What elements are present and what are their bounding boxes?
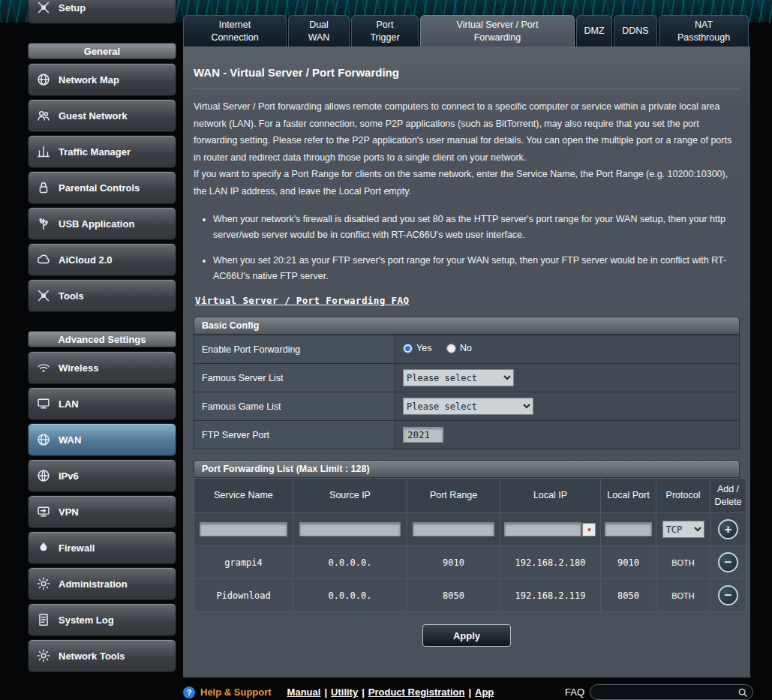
description-paragraph: If you want to specify a Port Range for … [194, 166, 740, 200]
apply-button[interactable]: Apply [422, 624, 511, 647]
column-header-service-name: Service Name [194, 479, 293, 513]
footer-link-utility[interactable]: Utility [331, 686, 358, 698]
cell-delete: − [710, 579, 746, 612]
sidebar-item-usb-application[interactable]: USB Application [28, 207, 176, 240]
sidebar-item-wan[interactable]: WAN [28, 423, 176, 456]
tab-bar: Internet ConnectionDual WANPort TriggerV… [183, 15, 753, 47]
cell-source-ip: 0.0.0.0. [293, 579, 407, 612]
field-label: Famous Server List [194, 364, 395, 392]
sidebar-item-label: Network Map [59, 74, 119, 86]
tab-label: Port Trigger [370, 19, 399, 44]
sidebar-item-label: WAN [59, 434, 81, 446]
tab-internet-connection[interactable]: Internet Connection [183, 15, 287, 47]
help-support-link[interactable]: Help & Support [200, 686, 272, 698]
port-forwarding-row: grampi40.0.0.0.9010192.168.2.1809010BOTH… [194, 546, 746, 579]
sidebar-item-system-log[interactable]: System Log [28, 603, 176, 636]
sidebar-item-label: Administration [59, 578, 128, 590]
globe-icon [35, 431, 52, 448]
cell-service-name: grampi4 [194, 546, 293, 579]
cell-port-range [407, 513, 500, 546]
sidebar-item-vpn[interactable]: VPN [28, 495, 176, 528]
sidebar-item-network-map[interactable]: Network Map [28, 63, 176, 96]
port-range-input[interactable] [413, 522, 494, 536]
sidebar-section-title: Advanced Settings [28, 331, 176, 347]
enable-port-forwarding-no[interactable]: No [446, 343, 472, 353]
sidebar-item-traffic-manager[interactable]: Traffic Manager [28, 135, 176, 168]
cell-local-port: 9010 [601, 546, 656, 579]
tab-dual-wan[interactable]: Dual WAN [288, 15, 350, 47]
local-ip-input[interactable] [504, 522, 582, 536]
link-separator: | [324, 686, 327, 698]
people-icon [35, 107, 52, 124]
cell-service-name [194, 513, 293, 546]
field-value: Yes No [395, 335, 740, 364]
tab-label: Dual WAN [308, 19, 330, 44]
ipv6-icon [35, 467, 52, 484]
cell-service-name: Pidownload [194, 579, 293, 612]
field-label: FTP Server Port [194, 421, 395, 449]
basic-config-header: Basic Config [194, 317, 740, 335]
footer-link-app[interactable]: App [475, 686, 494, 698]
cell-local-port: 8050 [601, 579, 656, 612]
sidebar-item-tools[interactable]: Tools [28, 279, 176, 312]
document-icon [35, 611, 52, 628]
description: Virtual Server / Port forwarding allows … [194, 98, 740, 200]
faq-link[interactable]: Virtual Server / Port Forwarding FAQ [195, 295, 409, 306]
protocol-select[interactable]: TCP [662, 521, 704, 538]
sidebar-section-title: General [28, 43, 176, 59]
delete-row-button[interactable]: − [718, 585, 738, 605]
chart-bars-icon [35, 143, 52, 160]
tab-nat-passthrough[interactable]: NAT Passthrough [659, 15, 749, 47]
sidebar-item-label: IPv6 [59, 470, 79, 482]
source-ip-input[interactable] [299, 522, 401, 536]
faq-search-input[interactable] [598, 686, 737, 698]
usb-icon [35, 215, 52, 232]
enable-port-forwarding-yes[interactable]: Yes [403, 343, 431, 353]
help-icon: ? [183, 686, 195, 698]
search-icon[interactable] [737, 687, 748, 698]
sidebar-item-wireless[interactable]: Wireless [28, 351, 176, 384]
sidebar-item-aicloud-2-0[interactable]: AiCloud 2.0 [28, 243, 176, 276]
radio-yes[interactable] [403, 344, 413, 353]
sidebar-item-network-tools[interactable]: Network Tools [28, 639, 176, 672]
cell-source-ip [293, 513, 407, 546]
sidebar-item-label: Firewall [59, 542, 95, 554]
gear-icon [35, 647, 52, 664]
sidebar-item-setup[interactable]: Setup [28, 0, 176, 24]
sidebar-item-label: Traffic Manager [59, 146, 131, 158]
tab-dmz[interactable]: DMZ [576, 15, 612, 47]
sidebar-item-ipv6[interactable]: IPv6 [28, 459, 176, 492]
tab-ddns[interactable]: DDNS [614, 15, 657, 47]
sidebar-item-lan[interactable]: LAN [28, 387, 176, 420]
basic-config-table: Enable Port Forwarding Yes No Famous Ser… [194, 335, 740, 449]
local-port-input[interactable] [605, 522, 652, 536]
famous-game-select[interactable]: Please select [403, 398, 533, 415]
sidebar-item-label: AiCloud 2.0 [59, 254, 113, 266]
field-label: Famous Game List [194, 392, 395, 421]
tab-virtual-server-port-forwarding[interactable]: Virtual Server / Port Forwarding [420, 15, 575, 47]
port-forwarding-table: Service NameSource IPPort RangeLocal IPL… [194, 478, 746, 612]
local-ip-dropdown-button[interactable]: ▼ [582, 523, 596, 536]
wrench-icon [35, 287, 52, 304]
add-row-button[interactable]: + [718, 519, 738, 539]
config-row-enable: Enable Port Forwarding Yes No [194, 335, 740, 364]
faq-search-box [590, 684, 753, 700]
sidebar-item-parental-controls[interactable]: Parental Controls [28, 171, 176, 204]
radio-no[interactable] [446, 344, 456, 353]
ftp-server-port-input[interactable] [403, 427, 443, 443]
footer-link-product-registration[interactable]: Product Registration [368, 686, 465, 698]
column-header-add-delete: Add / Delete [710, 479, 746, 513]
tab-port-trigger[interactable]: Port Trigger [351, 15, 419, 47]
sidebar-item-firewall[interactable]: Firewall [28, 531, 176, 564]
famous-server-select[interactable]: Please select [403, 369, 514, 386]
sidebar-item-guest-network[interactable]: Guest Network [28, 99, 176, 132]
service-name-input[interactable] [200, 522, 287, 536]
column-header-local-ip: Local IP [500, 479, 601, 513]
note-item: When you set 20:21 as your FTP server's … [213, 253, 740, 285]
cell-protocol: TCP [656, 513, 710, 546]
footer-link-manual[interactable]: Manual [287, 686, 321, 698]
sidebar-item-label: USB Application [59, 218, 134, 230]
tab-label: Internet Connection [211, 19, 258, 44]
delete-row-button[interactable]: − [718, 552, 738, 572]
sidebar-item-administration[interactable]: Administration [28, 567, 176, 600]
